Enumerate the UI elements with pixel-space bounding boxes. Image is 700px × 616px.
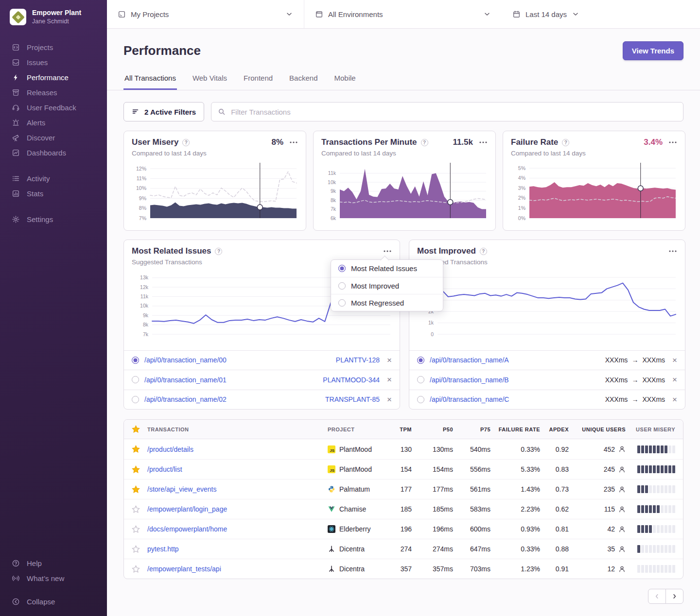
svg-text:8%: 8% — [139, 205, 146, 211]
sidebar-item[interactable]: Projects — [0, 40, 107, 55]
sidebar-item[interactable]: Help — [0, 556, 107, 571]
sidebar-item[interactable]: Activity — [0, 171, 107, 186]
column-header[interactable]: TPM — [385, 427, 412, 432]
card-menu-button[interactable] — [479, 139, 488, 146]
tab[interactable]: All Transactions — [123, 72, 177, 90]
radio-button[interactable] — [132, 396, 139, 403]
radio-button[interactable] — [132, 357, 139, 364]
misery-bar — [661, 525, 664, 533]
help-circle-icon[interactable] — [421, 139, 428, 146]
org-switcher[interactable]: Empower Plant Jane Schmidt — [0, 0, 107, 25]
column-header[interactable]: APDEX — [540, 427, 569, 432]
transaction-link[interactable]: /api/0/transaction_name/A — [430, 356, 600, 364]
close-icon[interactable]: × — [670, 376, 677, 384]
global-filter-dropdown[interactable]: Last 14 days — [502, 0, 590, 28]
radio-button[interactable] — [417, 357, 424, 364]
star-icon[interactable] — [132, 445, 140, 453]
summary-chart[interactable]: 5%4%3%2%1%0% — [511, 161, 677, 226]
transaction-link[interactable]: pytest.http — [147, 545, 179, 553]
radio-button[interactable] — [417, 376, 424, 383]
menu-item[interactable]: Most Improved — [331, 277, 443, 294]
transaction-link[interactable]: /empowerplant_tests/api — [147, 565, 221, 573]
next-page-button[interactable] — [665, 589, 683, 604]
radio-button[interactable] — [338, 282, 346, 290]
transaction-link[interactable]: /api/0/transaction_name/00 — [144, 356, 331, 364]
tab[interactable]: Web Vitals — [192, 72, 228, 90]
transaction-link[interactable]: /api/0/transaction_name/C — [430, 395, 600, 403]
radio-button[interactable] — [132, 376, 139, 383]
summary-chart[interactable]: 12%11%10%9%8%7% — [132, 161, 298, 226]
misery-bar — [657, 485, 660, 493]
help-icon — [12, 559, 20, 567]
column-header[interactable]: UNIQUE USERS — [569, 427, 626, 432]
star-icon[interactable] — [132, 485, 140, 494]
sidebar-item[interactable]: Settings — [0, 212, 107, 227]
view-trends-button[interactable]: View Trends — [623, 41, 683, 60]
card-menu-button[interactable] — [289, 139, 298, 146]
tab[interactable]: Mobile — [333, 72, 356, 90]
issue-link[interactable]: TRANSPLANT-85 — [325, 395, 380, 403]
search-input[interactable] — [211, 102, 683, 121]
column-header[interactable]: USER MISERY — [626, 427, 683, 432]
global-filter-dropdown[interactable]: My Projects — [107, 0, 304, 28]
close-icon[interactable]: × — [385, 356, 392, 364]
sidebar-item[interactable]: Stats — [0, 186, 107, 201]
transaction-link[interactable]: /empowerplant/login_page — [147, 505, 227, 513]
close-icon[interactable]: × — [670, 356, 677, 364]
transaction-link[interactable]: /product/list — [147, 465, 182, 473]
column-header[interactable]: P75 — [453, 427, 490, 432]
global-filter-dropdown[interactable]: All Environments — [304, 0, 502, 28]
most-improved-chart[interactable]: 2k1k0 — [417, 270, 677, 342]
help-circle-icon[interactable] — [182, 139, 190, 146]
sidebar-item[interactable]: What’s new — [0, 571, 107, 586]
card-menu-button[interactable] — [668, 139, 677, 146]
active-filters-button[interactable]: 2 Active Filters — [123, 102, 204, 121]
issue-link[interactable]: PLANTTV-128 — [336, 356, 380, 364]
radio-button[interactable] — [338, 299, 346, 307]
sidebar-item[interactable]: Releases — [0, 85, 107, 100]
misery-bar — [657, 545, 660, 553]
tab[interactable]: Backend — [288, 72, 318, 90]
transaction-link[interactable]: /api/0/transaction_name/02 — [144, 395, 320, 403]
sidebar-item[interactable]: Issues — [0, 55, 107, 70]
misery-bar — [649, 525, 652, 533]
star-icon[interactable] — [132, 565, 140, 573]
column-header[interactable]: P50 — [412, 427, 453, 432]
star-icon[interactable] — [132, 545, 140, 553]
sidebar-item-label: Stats — [27, 189, 43, 198]
column-header[interactable]: PROJECT — [328, 427, 385, 432]
tab[interactable]: Frontend — [243, 72, 274, 90]
column-header[interactable]: TRANSACTION — [147, 427, 328, 432]
summary-chart[interactable]: 11k10k9k8k7k6k — [321, 161, 488, 226]
menu-item[interactable]: Most Regressed — [331, 294, 443, 311]
help-circle-icon[interactable] — [480, 248, 487, 255]
radio-button[interactable] — [338, 265, 346, 272]
column-header[interactable]: FAILURE RATE — [490, 427, 540, 432]
panel-menu-button[interactable] — [668, 248, 677, 255]
previous-page-button[interactable] — [648, 589, 666, 604]
sidebar-item[interactable]: Discover — [0, 130, 107, 145]
help-circle-icon[interactable] — [562, 139, 569, 146]
transaction-link[interactable]: /api/0/transaction_name/B — [430, 376, 600, 384]
transaction-link[interactable]: /docs/empowerplant/home — [147, 525, 227, 533]
close-icon[interactable]: × — [385, 376, 392, 384]
star-icon[interactable] — [132, 525, 140, 533]
close-icon[interactable]: × — [670, 395, 677, 404]
transaction-link[interactable]: /store/api_view_events — [147, 485, 216, 493]
menu-item[interactable]: Most Related Issues — [331, 260, 443, 277]
help-circle-icon[interactable] — [215, 248, 222, 255]
transaction-link[interactable]: /product/details — [147, 445, 193, 453]
transaction-link[interactable]: /api/0/transaction_name/01 — [144, 376, 317, 384]
sidebar-item[interactable]: Performance — [0, 70, 107, 85]
collapse-button[interactable]: Collapse — [0, 594, 107, 609]
issue-link[interactable]: PLANTMOOD-344 — [323, 376, 380, 384]
sidebar-item[interactable]: User Feedback — [0, 100, 107, 115]
radio-button[interactable] — [417, 396, 424, 403]
star-icon[interactable] — [132, 425, 140, 433]
close-icon[interactable]: × — [385, 395, 392, 404]
panel-menu-button[interactable] — [383, 248, 392, 255]
sidebar-item[interactable]: Alerts — [0, 115, 107, 130]
star-icon[interactable] — [132, 505, 140, 513]
sidebar-item[interactable]: Dashboards — [0, 145, 107, 160]
star-icon[interactable] — [132, 465, 140, 474]
